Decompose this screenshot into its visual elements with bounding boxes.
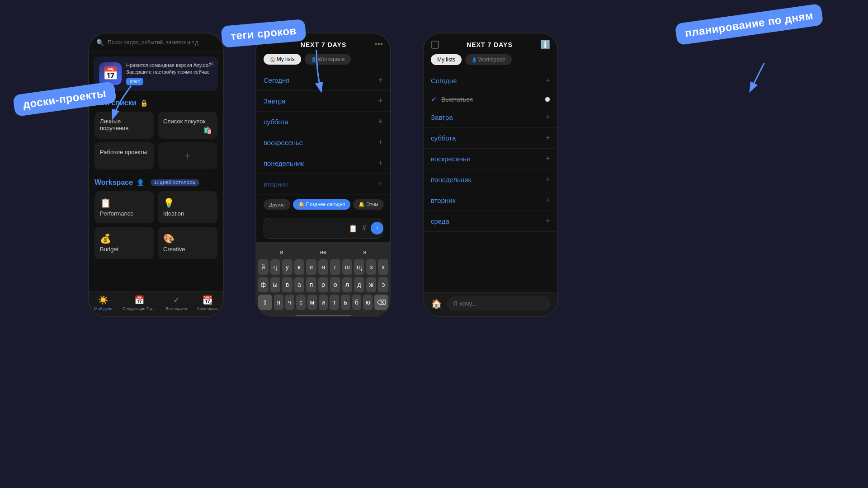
key-u[interactable]: у	[282, 259, 292, 275]
p3-tab-workspace[interactable]: 👤 Workspace	[465, 54, 512, 65]
p3-add-tomorrow[interactable]: +	[545, 113, 550, 122]
more-icon[interactable]: •••	[374, 40, 383, 49]
key-ts[interactable]: ц	[270, 259, 281, 275]
note-icon[interactable]: 📋	[349, 224, 358, 233]
p3-add-wednesday[interactable]: +	[545, 216, 550, 226]
p3-add-today[interactable]: +	[545, 76, 550, 85]
performance-icon: 📋	[100, 197, 149, 208]
workspace-card-ideation[interactable]: 💡 Ideation	[158, 191, 217, 223]
task-check-icon[interactable]: ✓	[431, 95, 437, 103]
list-item[interactable]: 🛍️ Список покупок	[158, 112, 217, 139]
key-zh[interactable]: ж	[366, 277, 377, 292]
send-button[interactable]: ↑	[371, 222, 383, 235]
performance-label: Performance	[100, 210, 149, 217]
key-b[interactable]: б	[352, 295, 362, 310]
key-shch[interactable]: щ	[354, 259, 364, 275]
key-a[interactable]: а	[294, 277, 305, 292]
workspace-card-creative[interactable]: 🎨 Creative	[158, 227, 217, 259]
p3-day-label: Сегодня	[431, 77, 457, 84]
info-icon[interactable]: ℹ️	[540, 40, 550, 50]
my-lists-grid: Личные поручения 🛍️ Список покупок Рабоч…	[89, 110, 223, 171]
banner-button[interactable]: ment	[126, 78, 143, 85]
day-label: суббота	[264, 118, 288, 126]
nav-calendar[interactable]: 📆 Календарь	[197, 295, 217, 311]
key-m[interactable]: м	[307, 295, 317, 310]
key-yu[interactable]: ю	[363, 295, 373, 310]
predict-word-2[interactable]: не	[320, 249, 326, 255]
header-checkbox[interactable]	[431, 41, 439, 49]
p3-task-input[interactable]	[447, 296, 550, 311]
key-y[interactable]: ы	[270, 277, 281, 292]
list-item[interactable]: Личные поручения	[94, 112, 154, 139]
task-input[interactable]	[269, 225, 349, 232]
tab-my-lists[interactable]: 🏠 My lists	[264, 54, 301, 65]
nav-next-7[interactable]: 📅 Следующие 7 д...	[123, 295, 156, 311]
key-d[interactable]: д	[354, 277, 364, 292]
home-icon[interactable]: 🏠	[431, 298, 442, 309]
predict-word-1[interactable]: и	[280, 249, 283, 255]
hash-icon[interactable]: #	[362, 224, 366, 232]
add-task-today[interactable]: +	[378, 75, 383, 85]
p3-add-saturday[interactable]: +	[545, 133, 550, 143]
workspace-card-budget[interactable]: 💰 Budget	[94, 227, 154, 259]
day-row-today: Сегодня +	[256, 70, 390, 91]
key-p[interactable]: п	[306, 277, 316, 292]
add-list-button[interactable]: +	[158, 142, 217, 169]
sun-icon: ☀️	[98, 295, 108, 305]
space-key[interactable]: Пробел	[295, 315, 352, 316]
key-ya[interactable]: я	[274, 295, 283, 310]
banner-icon: 📅	[99, 62, 122, 85]
key-k[interactable]: к	[294, 259, 305, 275]
p3-add-sunday[interactable]: +	[545, 154, 550, 164]
key-g[interactable]: г	[330, 259, 340, 275]
workspace-card-performance[interactable]: 📋 Performance	[94, 191, 154, 223]
list-item[interactable]: Рабочие проекты	[94, 142, 154, 169]
p3-day-label: среда	[431, 217, 449, 225]
key-ch[interactable]: ч	[285, 295, 295, 310]
add-task-tuesday[interactable]: +	[378, 179, 383, 189]
key-i[interactable]: и	[319, 295, 328, 310]
keyboard-row-1: й ц у к е н г ш щ з х	[258, 259, 388, 275]
nav-my-day[interactable]: ☀️ Мой день	[94, 295, 112, 311]
p3-bottom-nav: 🏠	[424, 292, 557, 316]
p3-add-tuesday[interactable]: +	[545, 196, 550, 205]
search-input[interactable]	[108, 39, 216, 46]
nav-all-tasks[interactable]: ✓ Все задачи	[166, 295, 187, 311]
key-j[interactable]: й	[258, 259, 269, 275]
key-s[interactable]: с	[296, 295, 306, 310]
p3-add-monday[interactable]: +	[545, 175, 550, 184]
tag-this[interactable]: 🔔 Этим	[353, 199, 384, 210]
delete-key[interactable]: ⌫	[374, 295, 388, 310]
key-soft[interactable]: ь	[341, 295, 350, 310]
task-input-row: 📋 # ↑	[264, 218, 383, 239]
phone-1: 🔍 📅 Нравится командная версия Any.do? За…	[88, 33, 224, 317]
day-label: воскресенье	[264, 139, 303, 146]
key-o[interactable]: о	[330, 277, 340, 292]
key-t[interactable]: т	[330, 295, 339, 310]
shift-key[interactable]: ⇧	[258, 295, 272, 310]
close-icon[interactable]: ✕	[209, 60, 215, 67]
add-task-sunday[interactable]: +	[378, 138, 383, 147]
add-task-tomorrow[interactable]: +	[378, 96, 383, 106]
key-v[interactable]: в	[282, 277, 292, 292]
add-task-saturday[interactable]: +	[378, 117, 383, 127]
key-z[interactable]: з	[366, 259, 377, 275]
key-r[interactable]: р	[318, 277, 329, 292]
tab-workspace[interactable]: 👤 Workspace	[305, 54, 351, 65]
key-l[interactable]: л	[342, 277, 353, 292]
add-task-monday[interactable]: +	[378, 159, 383, 168]
key-sh[interactable]: ш	[342, 259, 353, 275]
key-n[interactable]: н	[318, 259, 329, 275]
day-label: понедельник	[264, 160, 304, 167]
p3-tab-my-lists[interactable]: My lists	[431, 54, 462, 65]
p3-day-label: воскресенье	[431, 155, 470, 163]
tag-later-today[interactable]: 🔔 Позднее сегодня	[293, 199, 350, 210]
key-f[interactable]: ф	[258, 277, 269, 292]
tag-other[interactable]: Другое	[264, 199, 290, 210]
key-kh[interactable]: х	[378, 259, 388, 275]
banner-text: Нравится командная версия Any.do? Заверш…	[126, 62, 213, 76]
key-ye[interactable]: е	[306, 259, 316, 275]
key-e[interactable]: э	[378, 277, 388, 292]
predict-word-3[interactable]: я	[363, 249, 366, 255]
workspace-label: Workspace	[94, 178, 133, 187]
